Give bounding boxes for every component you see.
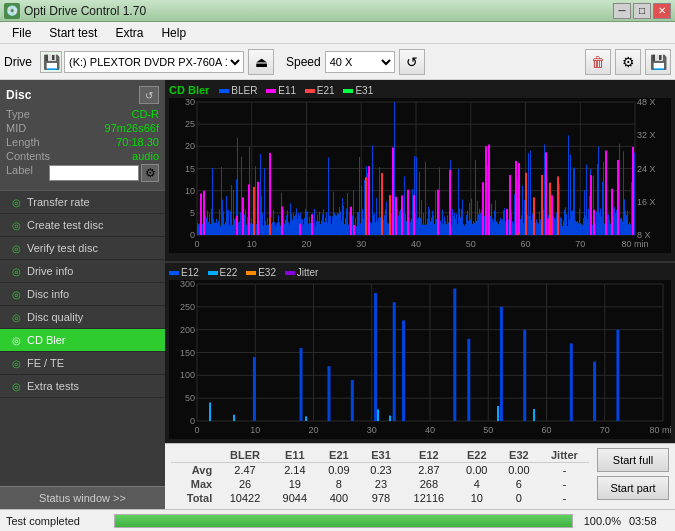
stats-max-e12: 268 (402, 477, 456, 491)
eject-button[interactable]: ⏏ (248, 49, 274, 75)
stats-total-e12: 12116 (402, 491, 456, 505)
disc-panel: Disc ↺ Type CD-R MID 97m26s66f Length 70… (0, 80, 165, 191)
sidebar: Disc ↺ Type CD-R MID 97m26s66f Length 70… (0, 80, 165, 509)
disc-contents-value: audio (132, 150, 159, 162)
titlebar-controls: ─ □ ✕ (613, 3, 671, 19)
status-time: 03:58 (629, 515, 669, 527)
cd-bler-icon: ◎ (12, 335, 21, 346)
statusbar: Test completed 100.0% 03:58 (0, 509, 675, 531)
sidebar-item-cd-bler[interactable]: ◎ CD Bler (0, 329, 165, 352)
sidebar-item-transfer-rate-label: Transfer rate (27, 196, 90, 208)
stats-table: BLER E11 E21 E31 E12 E22 E32 Jitter Avg (171, 448, 589, 505)
progress-bar-fill (115, 515, 572, 527)
stats-avg-e22: 0.00 (456, 463, 498, 478)
sidebar-item-create-test-disc[interactable]: ◎ Create test disc (0, 214, 165, 237)
stats-avg-e12: 2.87 (402, 463, 456, 478)
stats-avg-e31: 0.23 (360, 463, 402, 478)
progress-percent: 100.0% (581, 515, 621, 527)
erase-button[interactable]: 🗑 (585, 49, 611, 75)
titlebar-left: 💿 Opti Drive Control 1.70 (4, 3, 146, 19)
stats-max-e11: 19 (272, 477, 318, 491)
save-button[interactable]: 💾 (645, 49, 671, 75)
stats-avg-jitter: - (540, 463, 589, 478)
stats-max-e32: 6 (498, 477, 540, 491)
maximize-button[interactable]: □ (633, 3, 651, 19)
sidebar-item-disc-info[interactable]: ◎ Disc info (0, 283, 165, 306)
sidebar-item-disc-quality[interactable]: ◎ Disc quality (0, 306, 165, 329)
toolbar: Drive 💾 (K:) PLEXTOR DVDR PX-760A 1.07 ⏏… (0, 44, 675, 80)
stats-buttons: Start full Start part (597, 448, 669, 500)
disc-header: Disc ↺ (6, 86, 159, 104)
drive-label: Drive (4, 55, 32, 69)
drive-select-wrapper: 💾 (K:) PLEXTOR DVDR PX-760A 1.07 (40, 51, 244, 73)
stats-max-e21: 8 (318, 477, 360, 491)
menu-start-test[interactable]: Start test (41, 24, 105, 42)
sidebar-item-fe-te[interactable]: ◎ FE / TE (0, 352, 165, 375)
sidebar-item-verify-test-disc[interactable]: ◎ Verify test disc (0, 237, 165, 260)
sidebar-item-extra-tests-label: Extra tests (27, 380, 79, 392)
sidebar-nav: ◎ Transfer rate ◎ Create test disc ◎ Ver… (0, 191, 165, 398)
sidebar-item-disc-quality-label: Disc quality (27, 311, 83, 323)
settings-button[interactable]: ⚙ (615, 49, 641, 75)
stats-header-e12: E12 (402, 448, 456, 463)
sidebar-item-drive-info-label: Drive info (27, 265, 73, 277)
stats-total-jitter: - (540, 491, 589, 505)
verify-test-disc-icon: ◎ (12, 243, 21, 254)
start-part-button[interactable]: Start part (597, 476, 669, 500)
disc-label-input[interactable] (49, 165, 139, 181)
disc-label-settings-button[interactable]: ⚙ (141, 164, 159, 182)
disc-info-icon: ◎ (12, 289, 21, 300)
menu-file[interactable]: File (4, 24, 39, 42)
close-button[interactable]: ✕ (653, 3, 671, 19)
disc-refresh-button[interactable]: ↺ (139, 86, 159, 104)
stats-header-bler: BLER (218, 448, 272, 463)
menu-help[interactable]: Help (153, 24, 194, 42)
drive-selector[interactable]: (K:) PLEXTOR DVDR PX-760A 1.07 (64, 51, 244, 73)
stats-avg-e11: 2.14 (272, 463, 318, 478)
disc-length-row: Length 70:18.30 (6, 136, 159, 148)
drive-icon: 💾 (40, 51, 62, 73)
minimize-button[interactable]: ─ (613, 3, 631, 19)
stats-header-jitter: Jitter (540, 448, 589, 463)
sidebar-item-drive-info[interactable]: ◎ Drive info (0, 260, 165, 283)
disc-title: Disc (6, 88, 31, 102)
stats-row-max: Max 26 19 8 23 268 4 6 - (171, 477, 589, 491)
menubar: File Start test Extra Help (0, 22, 675, 44)
start-full-button[interactable]: Start full (597, 448, 669, 472)
stats-max-jitter: - (540, 477, 589, 491)
stats-header-e21: E21 (318, 448, 360, 463)
sidebar-item-extra-tests[interactable]: ◎ Extra tests (0, 375, 165, 398)
stats-total-e32: 0 (498, 491, 540, 505)
stats-total-e21: 400 (318, 491, 360, 505)
disc-mid-row: MID 97m26s66f (6, 122, 159, 134)
menu-extra[interactable]: Extra (107, 24, 151, 42)
e32-legend-color (246, 271, 256, 275)
status-window-button[interactable]: Status window >> (0, 486, 165, 509)
disc-type-value: CD-R (132, 108, 160, 120)
sidebar-item-disc-info-label: Disc info (27, 288, 69, 300)
speed-selector[interactable]: 40 X 8 X16 X24 X32 X48 X (325, 51, 395, 73)
stats-header-e32: E32 (498, 448, 540, 463)
stats-max-bler: 26 (218, 477, 272, 491)
sidebar-item-transfer-rate[interactable]: ◎ Transfer rate (0, 191, 165, 214)
titlebar: 💿 Opti Drive Control 1.70 ─ □ ✕ (0, 0, 675, 22)
disc-label-label: Label (6, 164, 33, 182)
disc-quality-icon: ◎ (12, 312, 21, 323)
disc-length-value: 70:18.30 (116, 136, 159, 148)
stats-header-e31: E31 (360, 448, 402, 463)
refresh-button[interactable]: ↺ (399, 49, 425, 75)
stats-header-empty (171, 448, 218, 463)
stats-total-e11: 9044 (272, 491, 318, 505)
stats-total-e31: 978 (360, 491, 402, 505)
titlebar-title: Opti Drive Control 1.70 (24, 4, 146, 18)
disc-contents-label: Contents (6, 150, 50, 162)
stats-avg-bler: 2.47 (218, 463, 272, 478)
stats-header-e22: E22 (456, 448, 498, 463)
disc-contents-row: Contents audio (6, 150, 159, 162)
sidebar-item-create-test-disc-label: Create test disc (27, 219, 103, 231)
content-area: CD Bler BLER E11 E21 E31 E12 E22 E (165, 80, 675, 509)
top-chart-legend: BLER E11 E21 E31 (219, 85, 373, 96)
progress-bar (114, 514, 573, 528)
sidebar-item-cd-bler-label: CD Bler (27, 334, 66, 346)
chart-area: CD Bler BLER E11 E21 E31 E12 E22 E (165, 80, 675, 443)
